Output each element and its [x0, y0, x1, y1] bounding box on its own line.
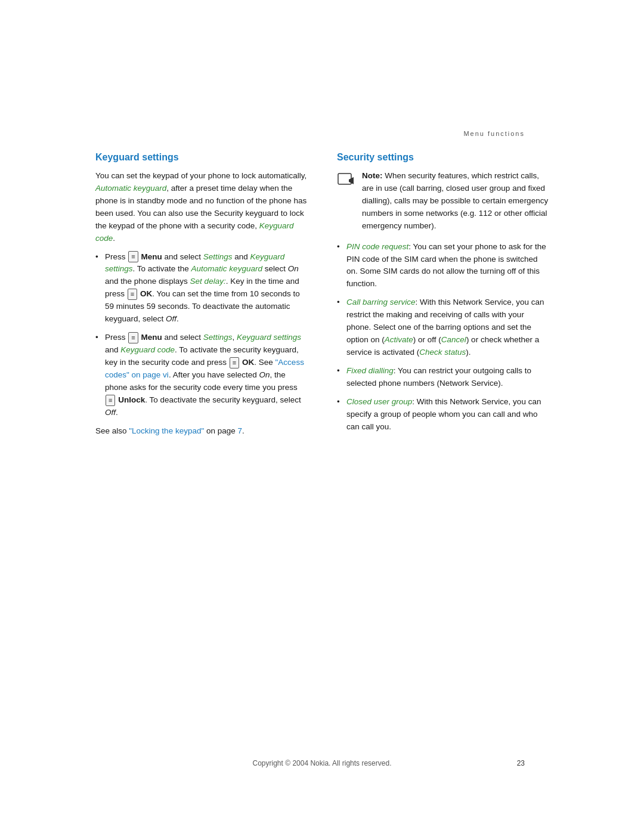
- menu-key-icon: ≡: [128, 251, 138, 262]
- activate-link[interactable]: Activate: [385, 335, 413, 344]
- auto-keyguard-link2[interactable]: Automatic keyguard: [191, 264, 262, 273]
- keyguard-code-link[interactable]: Keyguard code: [95, 221, 293, 243]
- closed-user-group-link[interactable]: Closed user group: [346, 397, 412, 406]
- list-item: Press ≡ Menu and select Settings, Keygua…: [95, 332, 307, 419]
- automatic-keyguard-link[interactable]: Automatic keyguard: [95, 184, 166, 193]
- svg-rect-0: [338, 174, 351, 184]
- keyguard-bullet-list: Press ≡ Menu and select Settings and Key…: [95, 251, 307, 419]
- left-column: Keyguard settings You can set the keypad…: [95, 152, 307, 439]
- footer-copyright: Copyright © 2004 Nokia. All rights reser…: [0, 759, 644, 767]
- call-barring-link[interactable]: Call barring service: [346, 298, 416, 306]
- keyguard-title: Keyguard settings: [95, 152, 307, 163]
- list-item: Fixed dialling: You can restrict your ou…: [337, 365, 549, 390]
- cancel-link[interactable]: Cancel: [441, 335, 466, 344]
- security-title: Security settings: [337, 152, 549, 163]
- section-header: Menu functions: [463, 130, 525, 137]
- content-area: Keyguard settings You can set the keypad…: [95, 152, 549, 439]
- header-label: Menu functions: [463, 130, 525, 137]
- keyguard-settings-link2[interactable]: Keyguard settings: [237, 333, 301, 342]
- set-delay-link[interactable]: Set delay:: [190, 277, 226, 286]
- note-text: Note: When security features, which rest…: [362, 170, 549, 233]
- check-status-link[interactable]: Check status: [419, 348, 466, 357]
- keyguard-code-link2[interactable]: Keyguard code: [120, 345, 175, 354]
- access-codes-link[interactable]: "Access codes" on page vi: [105, 358, 304, 379]
- note-bold-label: Note:: [362, 171, 383, 180]
- locking-keypad-link[interactable]: "Locking the keypad": [129, 426, 204, 435]
- page-7-link[interactable]: 7: [238, 426, 243, 435]
- keyguard-intro: You can set the keypad of your phone to …: [95, 170, 307, 245]
- settings-link[interactable]: Settings: [203, 252, 233, 261]
- page-number: 23: [517, 759, 525, 767]
- list-item: PIN code request: You can set your phone…: [337, 241, 549, 291]
- ok-key-icon2: ≡: [230, 357, 239, 368]
- right-column: Security settings Note: When security fe…: [337, 152, 549, 439]
- note-box: Note: When security features, which rest…: [337, 170, 549, 233]
- settings-link2[interactable]: Settings: [203, 333, 233, 342]
- see-also-text: See also "Locking the keypad" on page 7.: [95, 425, 307, 438]
- list-item: Press ≡ Menu and select Settings and Key…: [95, 251, 307, 326]
- unlock-key-icon: ≡: [106, 395, 115, 406]
- list-item: Call barring service: With this Network …: [337, 296, 549, 359]
- menu-key-icon2: ≡: [128, 332, 138, 343]
- security-bullet-list: PIN code request: You can set your phone…: [337, 241, 549, 433]
- note-icon: [337, 171, 356, 190]
- pin-code-request-link[interactable]: PIN code request: [346, 242, 408, 251]
- fixed-dialling-link[interactable]: Fixed dialling: [346, 366, 394, 375]
- list-item: Closed user group: With this Network Ser…: [337, 396, 549, 433]
- page: Menu functions Keyguard settings You can…: [0, 0, 644, 833]
- ok-key-icon: ≡: [128, 289, 137, 300]
